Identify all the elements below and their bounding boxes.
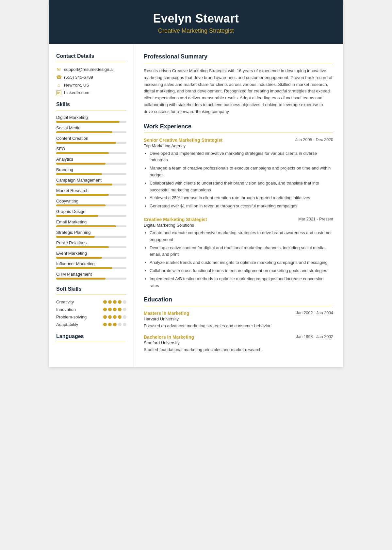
skill-name: CRM Management — [56, 272, 126, 277]
contact-item-location: ⌂ NewYork, US — [56, 82, 126, 88]
location-icon: ⌂ — [56, 82, 61, 88]
skill-bar-fill — [56, 142, 116, 144]
skill-bar-bg — [56, 121, 126, 123]
skill-bar-bg — [56, 246, 126, 248]
contact-email: support@resumedesign.ai — [64, 67, 114, 72]
linkedin-icon: in — [56, 90, 61, 95]
resume-container: Evelyn Stewart Creative Marketing Strate… — [49, 0, 343, 367]
skill-bar-bg — [56, 257, 126, 259]
dot — [123, 315, 126, 319]
skill-name: Graphic Design — [56, 209, 126, 214]
languages-divider — [56, 342, 126, 342]
skill-item: Copywriting — [56, 199, 126, 206]
skill-name: Branding — [56, 167, 126, 172]
edu-school: Stanford University — [144, 340, 333, 345]
skills-list: Digital Marketing Social Media Content C… — [56, 115, 126, 280]
soft-skill-name: Problem-solving — [56, 315, 87, 319]
edu-dates: Jan 1998 - Jan 2002 — [296, 334, 333, 339]
dot — [108, 323, 112, 326]
work-bullet: Generated over $1 million in revenue thr… — [150, 203, 333, 210]
soft-skill-item: Creativity — [56, 299, 126, 304]
skill-bar-fill — [56, 236, 95, 238]
skill-bar-fill — [56, 121, 120, 123]
dot — [103, 323, 107, 326]
skill-item: SEO — [56, 146, 126, 154]
summary-divider — [144, 63, 333, 63]
soft-skills-list: CreativityInnovationProblem-solvingAdapt… — [56, 299, 126, 327]
dot — [118, 308, 122, 311]
work-entries: Senior Creative Marketing Strategist Jan… — [144, 138, 333, 289]
work-bullet: Develop creative content for digital and… — [150, 245, 333, 258]
skill-name: Public Relations — [56, 240, 126, 245]
dot — [113, 323, 117, 326]
skill-bar-fill — [56, 173, 102, 175]
skill-bar-fill — [56, 204, 106, 206]
skill-name: Content Creation — [56, 136, 126, 141]
dots-container — [103, 323, 126, 326]
skill-bar-bg — [56, 225, 126, 227]
contact-location: NewYork, US — [64, 83, 89, 88]
candidate-name: Evelyn Stewart — [62, 12, 330, 25]
soft-skills-section-title: Soft Skills — [56, 286, 126, 292]
skill-item: Digital Marketing — [56, 115, 126, 123]
skill-bar-fill — [56, 257, 102, 259]
skill-item: Social Media — [56, 125, 126, 133]
work-bullet: Developed and implemented innovative mar… — [150, 150, 333, 164]
work-entry: Creative Marketing Strategist Mar 2021 -… — [144, 217, 333, 289]
skill-item: Campaign Management — [56, 178, 126, 186]
work-section-title: Work Experience — [144, 123, 333, 130]
skill-bar-bg — [56, 215, 126, 217]
education-entry: Masters in Marketing Jan 2002 - Jan 2004… — [144, 311, 333, 329]
skill-item: Public Relations — [56, 240, 126, 248]
education-divider — [144, 306, 333, 306]
skill-bar-bg — [56, 236, 126, 238]
edu-dates: Jan 2002 - Jan 2004 — [296, 311, 333, 315]
skills-section-title: Skills — [56, 102, 126, 107]
education-section-title: Education — [144, 296, 333, 303]
skill-bar-bg — [56, 142, 126, 144]
dot — [103, 300, 107, 304]
skill-name: Email Marketing — [56, 219, 126, 224]
summary-text: Results-driven Creative Marketing Strate… — [144, 68, 333, 115]
edu-desc: Studied foundational marketing principle… — [144, 347, 333, 353]
sidebar: Contact Details ✉ support@resumedesign.a… — [49, 44, 134, 367]
skill-name: Campaign Management — [56, 178, 126, 183]
skill-item: Graphic Design — [56, 209, 126, 217]
education-entry: Bachelors in Marketing Jan 1998 - Jan 20… — [144, 334, 333, 353]
resume-header: Evelyn Stewart Creative Marketing Strate… — [49, 0, 343, 44]
dot — [113, 308, 117, 311]
work-dates: Mar 2021 - Present — [298, 217, 333, 221]
edu-header: Masters in Marketing Jan 2002 - Jan 2004 — [144, 311, 333, 316]
dot — [118, 323, 122, 326]
dot — [103, 308, 107, 311]
skill-item: Market Research — [56, 188, 126, 196]
soft-skills-divider — [56, 295, 126, 295]
contact-linkedin: LinkedIn.com — [64, 90, 89, 95]
skill-bar-bg — [56, 163, 126, 165]
dot — [118, 315, 122, 319]
skill-name: Analytics — [56, 157, 126, 162]
dot — [123, 300, 126, 304]
skill-bar-fill — [56, 215, 98, 217]
edu-desc: Focused on advanced marketing strategies… — [144, 323, 333, 329]
work-bullet: Create and execute comprehensive marketi… — [150, 230, 333, 243]
skill-bar-fill — [56, 184, 112, 186]
skill-name: Event Marketing — [56, 251, 126, 256]
skill-item: Analytics — [56, 157, 126, 165]
edu-school: Harvard University — [144, 316, 333, 321]
work-bullet: Analyze market trends and customer insig… — [150, 259, 333, 266]
languages-section-title: Languages — [56, 333, 126, 339]
skill-item: Influencer Marketing — [56, 261, 126, 269]
skill-bar-bg — [56, 152, 126, 154]
main-content: Professional Summary Results-driven Crea… — [134, 44, 343, 367]
work-company: Top Marketing Agency — [144, 143, 333, 148]
dot — [103, 315, 107, 319]
work-bullets: Create and execute comprehensive marketi… — [144, 230, 333, 289]
dots-container — [103, 315, 126, 319]
summary-section-title: Professional Summary — [144, 53, 333, 60]
skill-bar-fill — [56, 131, 112, 133]
dots-container — [103, 300, 126, 304]
edu-degree: Masters in Marketing — [144, 311, 189, 316]
skill-name: Social Media — [56, 125, 126, 130]
skill-bar-fill — [56, 246, 109, 248]
